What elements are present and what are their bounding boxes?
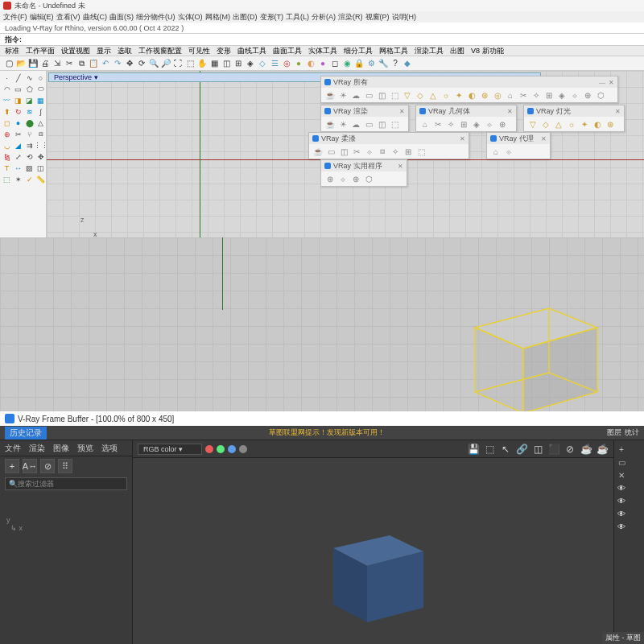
geom-tool-icon[interactable]: ⊕ [582,89,593,101]
vfb-menu-image[interactable]: 图像 [53,443,69,454]
geom-icon[interactable]: ◈ [471,118,482,130]
arc-icon[interactable]: ◠ [2,84,12,94]
eye-icon[interactable]: 👁 [616,521,627,532]
close-icon[interactable]: ✕ [615,108,621,115]
tab-curve-tools[interactable]: 曲线工具 [237,46,266,56]
rhino-viewport[interactable]: Top ▾ Perspective ▾ z x VRay 所有—✕ ☕☀☁▭◫⬚… [47,71,644,237]
properties-icon[interactable]: ◎ [281,58,292,69]
menu-tools[interactable]: 工具(L) [286,12,309,23]
history-opts-icon[interactable]: ⠿ [58,459,72,473]
panel-vray-render[interactable]: VRay 渲染✕ ☕☀☁▭◫⬚ [320,105,409,132]
panel-vray-all[interactable]: VRay 所有—✕ ☕☀☁▭◫⬚ ▽◇△☼✦◐⊛◎ ⌂✂✧⊞◈⟐⊕⬡ [320,76,618,103]
panel-vray-geometry[interactable]: VRay 几何体✕ ⌂✂✧⊞◈⟐⊕ [415,105,517,132]
geom-tool-icon[interactable]: ✂ [518,89,529,101]
sweep-icon[interactable]: ∫ [35,106,46,117]
close-icon[interactable]: ✕ [609,79,614,86]
pick-icon[interactable]: ◫ [531,443,544,456]
light-icon[interactable]: ▽ [527,118,539,130]
menu-solid[interactable]: 实体(O) [178,12,203,23]
light-tool-icon[interactable]: ◎ [492,89,503,101]
geom-icon[interactable]: ✧ [445,118,456,130]
tab-select[interactable]: 选取 [118,46,132,56]
vfb-menu-render[interactable]: 渲染 [29,443,45,454]
move-icon[interactable]: ✥ [124,58,135,69]
hatch-icon[interactable]: ▨ [24,163,35,173]
measure-icon[interactable]: 📏 [35,174,46,184]
polyline-icon[interactable]: ∿ [24,72,35,83]
menu-view[interactable]: 查看(V) [56,12,80,23]
4view-icon[interactable]: ⊞ [233,58,244,69]
array-icon[interactable]: ⋮⋮ [35,140,46,151]
tab-subd-tools[interactable]: 细分工具 [344,46,373,56]
lock-icon[interactable]: 🔒 [353,58,365,69]
geom-icon[interactable]: ⌂ [419,118,431,130]
light-icon[interactable]: ◐ [592,118,603,130]
analysis-icon[interactable]: ✓ [24,174,35,184]
cloud-icon[interactable]: ☁ [350,118,361,130]
history-del-icon[interactable]: ⊘ [40,459,55,473]
chamfer-icon[interactable]: ◢ [13,140,23,151]
scene-icon[interactable]: ✂ [351,146,362,157]
teapot-render-icon[interactable]: ☕ [580,443,592,456]
polygon-icon[interactable]: ⬠ [24,84,35,94]
scene-icon[interactable]: ⊞ [402,146,414,157]
mono-channel-icon[interactable] [239,445,247,453]
tab-drafting[interactable]: 出图 [450,46,464,56]
menu-help[interactable]: 说明(H) [392,12,417,23]
menu-mesh[interactable]: 网格(M) [205,12,231,23]
region-icon[interactable]: ⬚ [483,443,496,456]
tool-icon[interactable]: ⬚ [389,89,400,101]
fillet-icon[interactable]: ◡ [2,140,12,151]
light-tool-icon[interactable]: ☼ [440,89,452,101]
zoom-sel-icon[interactable]: ⬚ [184,58,196,69]
menu-surface[interactable]: 曲面(S) [109,12,134,23]
rect-icon[interactable]: ▭ [13,84,23,94]
tab-setview[interactable]: 设置视图 [61,46,90,56]
layer-folder-icon[interactable]: ▭ [616,456,627,468]
panel-vray-proxy[interactable]: VRay 代理✕ ⌂⟐ [486,132,551,159]
red-channel-icon[interactable] [205,445,213,453]
menu-transform[interactable]: 变形(T) [260,12,284,23]
cplane-icon[interactable]: ◇ [257,58,268,69]
tool-icon[interactable]: ▭ [363,118,374,130]
box-icon[interactable]: ◻ [329,58,341,69]
rhino-cmd-prompt[interactable]: 指令: [0,34,644,45]
teapot-icon[interactable]: ☕ [324,89,336,101]
panel-vray-utilities[interactable]: VRay 实用程序✕ ⊛⟐⊕⬡ [320,159,407,187]
vfb-search-input[interactable]: 🔍 搜索过滤器 [5,477,127,490]
light-tool-icon[interactable]: ◐ [466,89,477,101]
print-icon[interactable]: 🖨 [39,58,51,69]
zoom-extents-icon[interactable]: ⛶ [172,58,184,69]
layer-del-icon[interactable]: ✕ [616,469,627,481]
pan-icon[interactable]: ✋ [196,58,208,69]
eye-icon[interactable]: 👁 [616,495,627,506]
light-tool-icon[interactable]: ▽ [402,89,413,101]
close-icon[interactable]: ✕ [399,108,405,115]
geom-icon[interactable]: ⊕ [497,118,508,130]
wrench-icon[interactable]: 🔧 [378,58,389,69]
options-icon[interactable]: ⚙ [365,58,377,69]
save-image-icon[interactable]: 💾 [467,443,480,456]
menu-render[interactable]: 渲染(R) [338,12,363,23]
stats-tab[interactable]: 统计 [625,427,639,438]
menu-edit[interactable]: 编辑(E) [30,12,54,23]
scene-icon[interactable]: ⟐ [364,146,375,157]
menu-subd[interactable]: 细分物件(U) [136,12,175,23]
move-tool-icon[interactable]: ✥ [35,151,46,162]
geom-tool-icon[interactable]: ⊞ [543,89,555,101]
dim-icon[interactable]: ↔ [13,163,23,173]
geom-icon[interactable]: ⟐ [484,118,495,130]
grid-icon[interactable]: ▦ [208,58,220,69]
scene-icon[interactable]: ✧ [390,146,401,157]
tab-standard[interactable]: 标准 [5,46,19,56]
light-tool-icon[interactable]: ✦ [453,89,464,101]
light-tool-icon[interactable]: ◇ [415,89,426,101]
cloud-icon[interactable]: ☁ [350,89,361,101]
point-icon[interactable]: · [2,72,12,83]
light-icon[interactable]: ☼ [566,118,577,130]
geom-tool-icon[interactable]: ⬡ [595,89,606,101]
circle-icon[interactable]: ○ [35,72,46,83]
scene-icon[interactable]: ☕ [312,146,324,157]
mesh-tool-icon[interactable]: ▦ [35,95,46,105]
text-icon[interactable]: T [2,163,12,173]
